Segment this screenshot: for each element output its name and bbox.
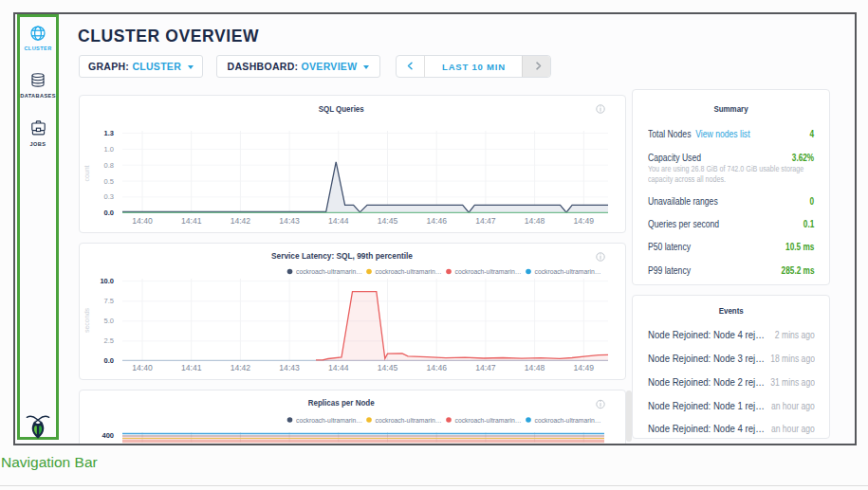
svg-text:14:48: 14:48 [525, 216, 545, 226]
svg-text:cockroach-ultramarin…: cockroach-ultramarin… [296, 267, 362, 276]
svg-text:cockroach-ultramarin…: cockroach-ultramarin… [455, 267, 522, 276]
svg-text:count: count [83, 165, 90, 181]
svg-text:Service Latency: SQL, 99th per: Service Latency: SQL, 99th percentile [271, 250, 413, 261]
svg-text:1.3: 1.3 [104, 129, 114, 137]
svg-text:14:40: 14:40 [132, 363, 153, 372]
svg-text:14:41: 14:41 [181, 363, 202, 372]
svg-text:5.0: 5.0 [104, 317, 114, 325]
svg-text:cockroach-ultramarin…: cockroach-ultramarin… [535, 267, 601, 276]
svg-text:14:44: 14:44 [328, 363, 349, 372]
svg-text:cockroach-ultramarin…: cockroach-ultramarin… [535, 416, 601, 425]
svg-text:cockroach-ultramarin…: cockroach-ultramarin… [376, 416, 442, 425]
svg-text:0.3: 0.3 [104, 192, 114, 201]
svg-text:14:46: 14:46 [426, 363, 447, 372]
svg-text:14:43: 14:43 [279, 216, 300, 226]
svg-text:14:41: 14:41 [181, 216, 202, 226]
svg-text:14:40: 14:40 [132, 216, 153, 226]
svg-text:SQL Queries: SQL Queries [319, 103, 364, 114]
svg-text:7.5: 7.5 [104, 297, 114, 305]
svg-text:0.8: 0.8 [104, 161, 114, 170]
svg-text:0.0: 0.0 [104, 356, 114, 365]
svg-text:14:47: 14:47 [475, 363, 496, 372]
svg-text:10.0: 10.0 [100, 277, 114, 285]
svg-text:14:48: 14:48 [525, 363, 545, 372]
svg-text:14:44: 14:44 [328, 216, 349, 226]
svg-text:Replicas per Node: Replicas per Node [308, 397, 375, 408]
svg-text:14:45: 14:45 [378, 363, 398, 372]
svg-text:14:43: 14:43 [279, 363, 300, 372]
svg-text:14:45: 14:45 [378, 216, 398, 226]
svg-text:400: 400 [102, 431, 114, 440]
svg-text:cockroach-ultramarin…: cockroach-ultramarin… [296, 416, 362, 425]
svg-text:2.5: 2.5 [104, 336, 114, 345]
svg-text:14:46: 14:46 [426, 216, 447, 226]
svg-text:seconds: seconds [83, 307, 90, 333]
svg-text:0.0: 0.0 [104, 209, 114, 217]
svg-text:1.0: 1.0 [104, 145, 114, 154]
svg-text:14:47: 14:47 [475, 216, 496, 226]
svg-text:14:42: 14:42 [231, 363, 251, 372]
svg-text:14:49: 14:49 [574, 216, 595, 226]
svg-text:cockroach-ultramarin…: cockroach-ultramarin… [376, 267, 442, 276]
svg-text:0.5: 0.5 [104, 177, 114, 186]
svg-text:14:42: 14:42 [231, 216, 251, 226]
svg-text:14:49: 14:49 [574, 363, 595, 372]
svg-text:cockroach-ultramarin…: cockroach-ultramarin… [455, 416, 522, 425]
